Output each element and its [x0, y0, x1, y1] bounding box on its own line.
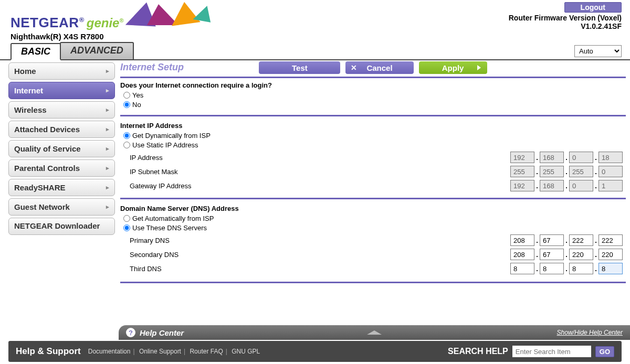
chevron-right-icon: ▸	[106, 184, 109, 191]
ip-dynamic-option[interactable]: Get Dynamically from ISP	[123, 132, 626, 140]
primary-dns-input: . . .	[510, 234, 623, 246]
help-icon: ?	[126, 328, 135, 337]
chevron-right-icon: ▸	[106, 204, 109, 210]
sidebar-item-internet[interactable]: Internet▸	[8, 82, 115, 99]
login-question: Does your Internet connection require a …	[120, 81, 626, 89]
sidebar: Home▸ Internet▸ Wireless▸ Attached Devic…	[8, 60, 117, 348]
sidebar-item-qos[interactable]: Quality of Service▸	[8, 140, 115, 157]
chevron-right-icon: ▸	[106, 165, 109, 172]
settings-scroll-area[interactable]: Does your Internet connection require a …	[120, 81, 626, 314]
logo: NETGEAR® genie®	[10, 2, 215, 31]
sidebar-item-guest-network[interactable]: Guest Network▸	[8, 198, 115, 216]
close-icon: ✕	[351, 63, 357, 72]
tab-basic[interactable]: BASIC	[10, 43, 61, 60]
help-center-bar[interactable]: ? Help Center Show/Hide Help Center	[119, 325, 630, 340]
third-dns-label: Third DNS	[130, 265, 510, 273]
chevron-right-icon: ▸	[106, 106, 109, 113]
sidebar-item-netgear-downloader[interactable]: NETGEAR Downloader	[8, 218, 115, 235]
router-model: Nighthawk(R) X4S R7800	[10, 32, 215, 41]
ip-gateway-input: . . .	[510, 180, 623, 191]
link-router-faq[interactable]: Router FAQ	[190, 348, 223, 355]
sidebar-item-readyshare[interactable]: ReadySHARE▸	[8, 179, 115, 196]
chevron-right-icon: ▸	[106, 68, 109, 74]
sidebar-item-attached-devices[interactable]: Attached Devices▸	[8, 121, 115, 138]
primary-dns-label: Primary DNS	[130, 237, 510, 244]
firmware-label: Router Firmware Version (Voxel)	[509, 14, 622, 22]
search-input[interactable]	[512, 346, 591, 357]
dns-section-title: Domain Name Server (DNS) Address	[120, 205, 626, 212]
tab-advanced[interactable]: ADVANCED	[60, 42, 134, 59]
dns-auto-option[interactable]: Get Automatically from ISP	[123, 215, 626, 222]
logout-button[interactable]: Logout	[564, 2, 622, 13]
footer: Help & Support Documentation| Online Sup…	[8, 341, 622, 362]
ip-gateway-label: Gateway IP Address	[130, 182, 510, 190]
language-select[interactable]: Auto	[574, 45, 622, 57]
sidebar-item-wireless[interactable]: Wireless▸	[8, 101, 115, 119]
test-button[interactable]: Test	[259, 61, 340, 74]
firmware-version: V1.0.2.41SF	[509, 22, 622, 30]
show-hide-help-link[interactable]: Show/Hide Help Center	[557, 329, 623, 336]
link-documentation[interactable]: Documentation	[88, 348, 131, 355]
decorative-triangles	[121, 2, 215, 27]
login-no-option[interactable]: No	[123, 101, 626, 109]
ip-address-input: . . .	[510, 152, 623, 163]
ip-address-label: IP Address	[130, 154, 510, 162]
ip-section-title: Internet IP Address	[120, 122, 626, 130]
search-help-label: SEARCH HELP	[448, 347, 508, 356]
go-button[interactable]: GO	[595, 346, 614, 357]
ip-static-option[interactable]: Use Static IP Address	[123, 141, 626, 149]
sidebar-item-home[interactable]: Home▸	[8, 62, 115, 80]
dns-manual-option[interactable]: Use These DNS Servers	[123, 224, 626, 232]
secondary-dns-input: . . .	[510, 249, 623, 260]
login-yes-option[interactable]: Yes	[123, 91, 626, 99]
third-dns-input: . . .	[510, 263, 623, 274]
sidebar-item-parental-controls[interactable]: Parental Controls▸	[8, 159, 115, 177]
ip-subnet-input: . . .	[510, 166, 623, 177]
secondary-dns-label: Secondary DNS	[130, 251, 510, 259]
link-online-support[interactable]: Online Support	[139, 348, 181, 355]
chevron-up-icon	[367, 330, 382, 335]
apply-button[interactable]: Apply	[419, 61, 487, 74]
chevron-right-icon: ▸	[106, 126, 109, 133]
chevron-right-icon: ▸	[106, 87, 109, 94]
link-gnu-gpl[interactable]: GNU GPL	[232, 348, 260, 355]
ip-subnet-label: IP Subnet Mask	[130, 168, 510, 176]
footer-title: Help & Support	[16, 346, 81, 357]
chevron-right-icon: ▸	[106, 145, 109, 152]
cancel-button[interactable]: ✕Cancel	[345, 61, 414, 74]
chevron-right-icon	[477, 65, 481, 70]
